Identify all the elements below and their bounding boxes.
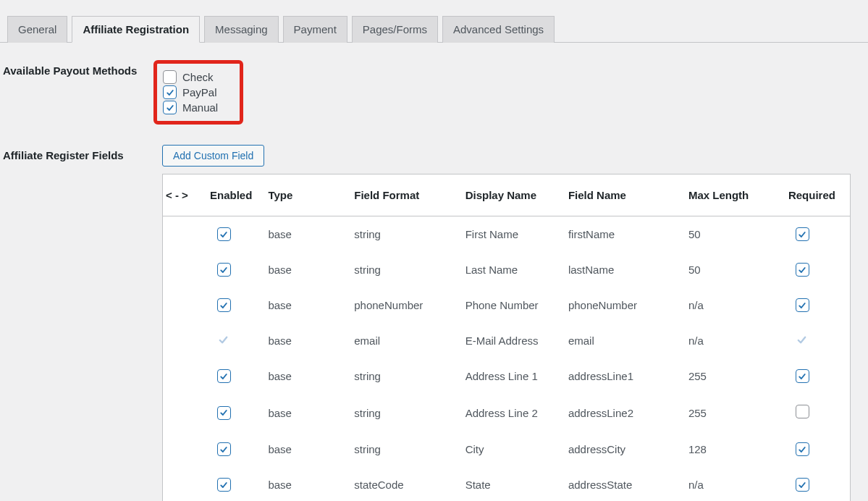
cell-max: 50 — [683, 216, 783, 253]
cell-format: phoneNumber — [348, 287, 459, 323]
cell-type: base — [262, 287, 348, 323]
cell-format: email — [348, 323, 459, 358]
cell-display: State — [460, 467, 562, 501]
tab-pages-forms[interactable]: Pages/Forms — [352, 16, 438, 43]
cell-display: City — [460, 431, 562, 467]
required-checkbox[interactable] — [796, 369, 809, 383]
settings-tabs: GeneralAffiliate RegistrationMessagingPa… — [0, 0, 868, 43]
cell-type: base — [262, 467, 348, 501]
col-enabled-header: Enabled — [204, 174, 262, 216]
enabled-checkbox[interactable] — [217, 406, 231, 420]
drag-handle[interactable] — [163, 431, 204, 467]
required-checkbox[interactable] — [796, 227, 809, 241]
required-checkbox — [796, 334, 808, 346]
cell-max: n/a — [683, 467, 783, 501]
cell-display: Address Line 1 — [460, 358, 562, 394]
col-required-header: Required — [783, 174, 850, 216]
drag-handle[interactable] — [163, 252, 204, 287]
cell-max: n/a — [683, 323, 783, 358]
cell-display: E-Mail Address — [460, 323, 562, 358]
cell-format: stateCode — [348, 467, 459, 501]
payout-label: PayPal — [182, 86, 217, 98]
table-row: basestringFirst NamefirstName50 — [163, 216, 850, 253]
payout-method-paypal: PayPal — [163, 85, 218, 100]
drag-handle[interactable] — [163, 394, 204, 431]
payout-method-check: Check — [163, 70, 218, 85]
table-row: basestringCityaddressCity128 — [163, 431, 850, 467]
enabled-checkbox[interactable] — [217, 227, 231, 241]
cell-format: string — [348, 358, 459, 394]
table-row: basestringLast NamelastName50 — [163, 252, 850, 287]
drag-handle[interactable] — [163, 323, 204, 358]
tab-general[interactable]: General — [7, 16, 67, 43]
payout-methods-label: Available Payout Methods — [3, 60, 162, 77]
cell-field: email — [562, 323, 683, 358]
drag-handle[interactable] — [163, 216, 204, 253]
cell-display: First Name — [460, 216, 562, 253]
payout-methods-highlight: CheckPayPalManual — [153, 60, 243, 125]
cell-type: base — [262, 394, 348, 431]
required-checkbox[interactable] — [796, 298, 809, 312]
cell-field: lastName — [562, 252, 683, 287]
cell-field: addressLine1 — [562, 358, 683, 394]
required-checkbox[interactable] — [796, 478, 809, 492]
cell-format: string — [348, 431, 459, 467]
cell-type: base — [262, 431, 348, 467]
enabled-checkbox[interactable] — [217, 298, 231, 312]
payout-checkbox-paypal[interactable] — [163, 85, 177, 99]
cell-display: Phone Number — [460, 287, 562, 323]
required-checkbox[interactable] — [796, 405, 809, 418]
cell-type: base — [262, 323, 348, 358]
col-field-header: Field Name — [562, 174, 683, 216]
add-custom-field-button[interactable]: Add Custom Field — [162, 145, 264, 167]
cell-field: addressCity — [562, 431, 683, 467]
tab-messaging[interactable]: Messaging — [204, 16, 279, 43]
table-row: basestateCodeStateaddressStaten/a — [163, 467, 850, 501]
cell-field: phoneNumber — [562, 287, 683, 323]
enabled-checkbox[interactable] — [217, 478, 231, 492]
payout-checkbox-manual[interactable] — [163, 101, 177, 114]
payout-label: Manual — [182, 101, 218, 114]
col-display-header: Display Name — [460, 174, 562, 216]
cell-type: base — [262, 358, 348, 394]
table-row: basestringAddress Line 1addressLine1255 — [163, 358, 850, 394]
required-checkbox[interactable] — [796, 442, 809, 456]
drag-handle[interactable] — [163, 467, 204, 501]
register-fields-table: < - > Enabled Type Field Format Display … — [162, 174, 851, 501]
enabled-checkbox[interactable] — [217, 263, 231, 277]
cell-max: n/a — [683, 287, 783, 323]
enabled-checkbox — [217, 334, 229, 346]
table-row: basestringAddress Line 2addressLine2255 — [163, 394, 850, 431]
drag-handle[interactable] — [163, 287, 204, 323]
cell-max: 128 — [683, 431, 783, 467]
table-row: baseemailE-Mail Addressemailn/a — [163, 323, 850, 358]
cell-type: base — [262, 216, 348, 253]
tab-affiliate-registration[interactable]: Affiliate Registration — [72, 16, 200, 43]
cell-display: Last Name — [460, 252, 562, 287]
col-type-header: Type — [262, 174, 348, 216]
cell-format: string — [348, 252, 459, 287]
cell-display: Address Line 2 — [460, 394, 562, 431]
required-checkbox[interactable] — [796, 263, 809, 277]
payout-checkbox-check[interactable] — [163, 70, 177, 84]
tab-payment[interactable]: Payment — [283, 16, 347, 43]
payout-label: Check — [182, 71, 214, 83]
cell-field: addressLine2 — [562, 394, 683, 431]
enabled-checkbox[interactable] — [217, 369, 231, 383]
tab-advanced-settings[interactable]: Advanced Settings — [442, 16, 555, 43]
cell-format: string — [348, 394, 459, 431]
cell-field: firstName — [562, 216, 683, 253]
cell-format: string — [348, 216, 459, 253]
payout-method-manual: Manual — [163, 100, 218, 115]
cell-type: base — [262, 252, 348, 287]
cell-max: 50 — [683, 252, 783, 287]
col-drag-header: < - > — [163, 174, 204, 216]
cell-field: addressState — [562, 467, 683, 501]
cell-max: 255 — [683, 394, 783, 431]
col-max-header: Max Length — [683, 174, 783, 216]
enabled-checkbox[interactable] — [217, 442, 231, 456]
cell-max: 255 — [683, 358, 783, 394]
col-format-header: Field Format — [348, 174, 459, 216]
drag-handle[interactable] — [163, 358, 204, 394]
table-row: basephoneNumberPhone NumberphoneNumbern/… — [163, 287, 850, 323]
